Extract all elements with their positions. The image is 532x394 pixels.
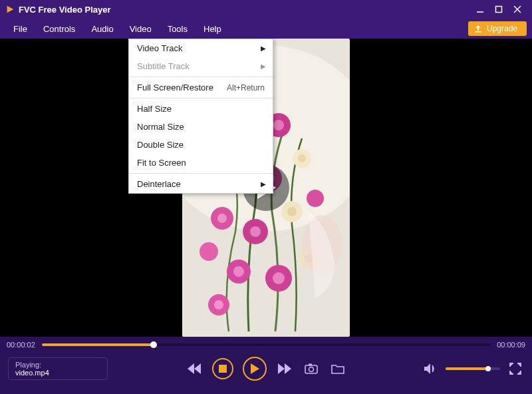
submenu-arrow-icon: ▶ (261, 45, 266, 52)
menu-item-normal-size[interactable]: Normal Size (129, 118, 273, 136)
menu-bar: File Controls Audio Video Tools Help Upg… (0, 19, 532, 39)
submenu-arrow-icon: ▶ (261, 180, 266, 188)
svg-marker-40 (278, 363, 285, 374)
now-playing-label: Playing: (15, 361, 100, 369)
volume-icon (424, 363, 437, 375)
svg-marker-0 (7, 6, 14, 13)
seek-thumb[interactable] (150, 341, 157, 348)
bottom-bar: 00:00:02 00:00:09 Playing: video.mp4 (0, 337, 532, 394)
menu-item-video-track[interactable]: Video Track▶ (129, 39, 273, 57)
menu-item-fit-to-screen[interactable]: Fit to Screen (129, 154, 273, 172)
open-file-button[interactable] (329, 360, 346, 377)
menu-file[interactable]: File (5, 19, 35, 39)
volume-fill (446, 367, 488, 370)
snapshot-button[interactable] (303, 360, 320, 377)
svg-marker-39 (251, 363, 259, 374)
menu-audio[interactable]: Audio (83, 19, 121, 39)
stop-icon (219, 365, 227, 373)
svg-marker-41 (285, 363, 291, 374)
video-dropdown: Video Track▶ Subtitle Track▶ Full Screen… (128, 39, 273, 194)
app-logo-icon (5, 5, 15, 14)
svg-point-23 (287, 207, 297, 216)
menu-item-double-size[interactable]: Double Size (129, 136, 273, 154)
svg-point-19 (217, 214, 227, 223)
svg-point-29 (214, 300, 223, 309)
svg-marker-45 (424, 363, 430, 374)
now-playing-file: video.mp4 (15, 369, 100, 377)
rewind-icon (188, 363, 201, 374)
seek-fill (42, 343, 154, 346)
camera-icon (305, 363, 318, 374)
menu-item-deinterlace[interactable]: Deinterlace▶ (129, 175, 273, 193)
play-button[interactable] (243, 357, 267, 381)
volume-thumb[interactable] (485, 366, 491, 371)
forward-icon (278, 363, 291, 374)
svg-rect-44 (309, 364, 312, 366)
menu-controls[interactable]: Controls (35, 19, 83, 39)
menu-separator (129, 77, 273, 77)
title-bar: FVC Free Video Player (0, 0, 532, 19)
app-title: FVC Free Video Player (19, 5, 471, 15)
svg-marker-37 (194, 363, 201, 374)
forward-button[interactable] (276, 360, 293, 377)
current-time: 00:00:02 (7, 341, 35, 349)
upload-icon (473, 24, 483, 33)
submenu-arrow-icon: ▶ (261, 63, 266, 70)
svg-point-17 (298, 154, 306, 162)
rewind-button[interactable] (186, 360, 203, 377)
menu-tools[interactable]: Tools (160, 19, 196, 39)
menu-item-subtitle-track[interactable]: Subtitle Track▶ (129, 57, 273, 75)
fullscreen-icon (509, 363, 521, 375)
right-controls (422, 360, 524, 377)
center-controls (186, 357, 346, 381)
controls-row: Playing: video.mp4 (0, 349, 532, 389)
svg-point-25 (233, 266, 244, 277)
shortcut-label: Alt+Return (227, 83, 265, 93)
close-button[interactable] (508, 0, 527, 19)
upgrade-button[interactable]: Upgrade (468, 21, 527, 36)
fullscreen-button[interactable] (507, 360, 524, 377)
menu-video[interactable]: Video (122, 19, 160, 39)
svg-rect-38 (219, 365, 227, 373)
folder-icon (331, 363, 344, 374)
svg-point-21 (250, 226, 261, 237)
svg-point-27 (273, 272, 285, 284)
seek-slider[interactable] (42, 343, 490, 346)
now-playing-box: Playing: video.mp4 (8, 357, 108, 380)
stop-button[interactable] (212, 358, 233, 379)
menu-item-full-screen[interactable]: Full Screen/RestoreAlt+Return (129, 79, 273, 97)
upgrade-label: Upgrade (487, 24, 517, 33)
seek-row: 00:00:02 00:00:09 (0, 337, 532, 349)
menu-help[interactable]: Help (196, 19, 229, 39)
svg-point-33 (200, 242, 218, 261)
svg-rect-5 (475, 31, 481, 33)
menu-item-half-size[interactable]: Half Size (129, 100, 273, 118)
svg-point-11 (273, 120, 284, 130)
svg-point-43 (309, 367, 314, 372)
play-icon (250, 363, 259, 374)
total-time: 00:00:09 (497, 341, 525, 349)
svg-point-32 (307, 190, 324, 207)
svg-rect-2 (496, 7, 502, 13)
volume-button[interactable] (422, 360, 439, 377)
minimize-button[interactable] (471, 0, 489, 19)
maximize-button[interactable] (489, 0, 508, 19)
svg-marker-36 (188, 363, 194, 374)
volume-slider[interactable] (446, 367, 500, 370)
menu-separator (129, 173, 273, 174)
menu-separator (129, 98, 273, 98)
